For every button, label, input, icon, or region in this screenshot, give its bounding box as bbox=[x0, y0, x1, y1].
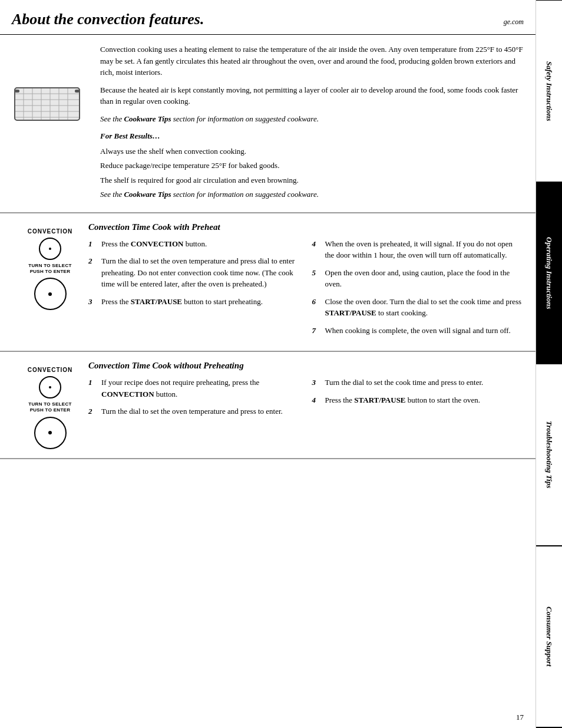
page-header: About the convection features. ge.com bbox=[0, 0, 535, 35]
best-results-item-1: Always use the shelf when convection coo… bbox=[100, 146, 524, 157]
page-number: 17 bbox=[0, 707, 535, 728]
right-sidebar: Safety Instructions Operating Instructio… bbox=[535, 0, 562, 728]
steps-col-right-1: 4 When the oven is preheated, it will si… bbox=[312, 238, 524, 342]
step-1-6: 6 Close the oven door. Turn the dial to … bbox=[312, 296, 524, 319]
tab-consumer-support[interactable]: Consumer Support bbox=[536, 546, 562, 729]
step-2-1: 1 If your recipe does not require prehea… bbox=[88, 377, 300, 400]
section1-title: Convection Time Cook with Preheat bbox=[88, 222, 524, 232]
convection-preheat-section: Convection Turn to SelectPush to Enter C… bbox=[0, 213, 535, 353]
best-results-note: See the Cookware Tips section for inform… bbox=[100, 189, 524, 200]
step-1-4: 4 When the oven is preheated, it will si… bbox=[312, 238, 524, 261]
intro-paragraph-2: Because the heated air is kept constantl… bbox=[100, 84, 524, 107]
convection-no-preheat-section: Convection Turn to SelectPush to Enter C… bbox=[0, 352, 535, 459]
section2-title: Convection Time Cook without Preheating bbox=[88, 361, 524, 371]
best-results-heading: For Best Results… bbox=[100, 130, 524, 142]
convection-sidebar-1: Convection Turn to SelectPush to Enter bbox=[12, 222, 88, 342]
main-content: About the convection features. ge.com bbox=[0, 0, 535, 728]
step-2-3: 3 Turn the dial to set the cook time and… bbox=[312, 377, 524, 388]
svg-rect-13 bbox=[15, 90, 19, 93]
step-1-5: 5 Open the oven door and, using caution,… bbox=[312, 267, 524, 290]
step-1-1: 1 Press the CONVECTION button. bbox=[88, 238, 300, 250]
dial-top-2 bbox=[39, 376, 61, 398]
intro-text: Convection cooking uses a heating elemen… bbox=[100, 44, 524, 203]
step-1-7: 7 When cooking is complete, the oven wil… bbox=[312, 325, 524, 337]
step-1-3: 3 Press the START/PAUSE button to start … bbox=[88, 296, 300, 308]
dial-bottom-2 bbox=[34, 417, 67, 449]
steps-container-1: 1 Press the CONVECTION button. 2 Turn th… bbox=[88, 238, 524, 342]
step-2-4: 4 Press the START/PAUSE button to start … bbox=[312, 394, 524, 406]
tab-operating-instructions[interactable]: Operating Instructions bbox=[536, 183, 562, 365]
steps-container-2: 1 If your recipe does not require prehea… bbox=[88, 377, 524, 423]
best-results-item-2: Reduce package/recipe temperature 25°F f… bbox=[100, 160, 524, 172]
convection-no-preheat-content: Convection Time Cook without Preheating … bbox=[88, 361, 524, 449]
turn-push-label-2: Turn to SelectPush to Enter bbox=[28, 401, 71, 414]
svg-rect-14 bbox=[75, 90, 80, 93]
svg-rect-0 bbox=[15, 88, 80, 120]
page-title: About the convection features. bbox=[12, 11, 204, 28]
convection-sidebar-2: Convection Turn to SelectPush to Enter bbox=[12, 361, 88, 449]
convection-preheat-content: Convection Time Cook with Preheat 1 Pres… bbox=[88, 222, 524, 342]
tab-safety-instructions[interactable]: Safety Instructions bbox=[536, 0, 562, 183]
steps-col-left-2: 1 If your recipe does not require prehea… bbox=[88, 377, 300, 423]
dial-top-1 bbox=[39, 238, 61, 260]
intro-section: Convection cooking uses a heating elemen… bbox=[0, 35, 535, 213]
bottom-section bbox=[0, 459, 535, 707]
intro-note-1: See the Cookware Tips section for inform… bbox=[100, 113, 524, 125]
best-results-list: Always use the shelf when convection coo… bbox=[100, 146, 524, 200]
step-2-2: 2 Turn the dial to set the oven temperat… bbox=[88, 406, 300, 417]
steps-col-right-2: 3 Turn the dial to set the cook time and… bbox=[312, 377, 524, 423]
page-website: ge.com bbox=[504, 18, 524, 27]
convection-label-1: Convection bbox=[28, 228, 73, 235]
steps-col-left-1: 1 Press the CONVECTION button. 2 Turn th… bbox=[88, 238, 300, 342]
best-results-item-3: The shelf is required for good air circu… bbox=[100, 174, 524, 186]
tab-troubleshooting-tips[interactable]: Troubleshooting Tips bbox=[536, 364, 562, 546]
step-1-2: 2 Turn the dial to set the oven temperat… bbox=[88, 255, 300, 290]
intro-paragraph-1: Convection cooking uses a heating elemen… bbox=[100, 44, 524, 78]
oven-rack-image bbox=[12, 44, 88, 203]
turn-push-label-1: Turn to SelectPush to Enter bbox=[28, 263, 71, 275]
dial-bottom-1 bbox=[34, 278, 67, 310]
convection-label-2: Convection bbox=[28, 367, 73, 373]
